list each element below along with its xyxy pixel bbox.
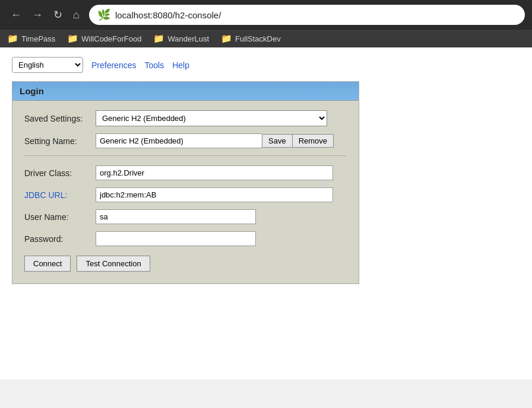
browser-chrome: ← → ↻ ⌂ 🌿 localhost:8080/h2-console/ (0, 0, 532, 30)
login-title: Login (20, 86, 44, 96)
save-button[interactable]: Save (262, 134, 292, 148)
bookmark-label: WanderLust (167, 34, 209, 43)
bookmark-willcodeforfood[interactable]: 📁 WillCodeForFood (67, 33, 141, 44)
password-row: Password: (24, 231, 347, 246)
test-connection-button[interactable]: Test Connection (77, 256, 150, 272)
back-button[interactable]: ← (7, 7, 25, 23)
setting-name-label: Setting Name: (24, 136, 96, 146)
action-row: Connect Test Connection (24, 256, 347, 272)
address-text: localhost:8080/h2-console/ (115, 10, 221, 20)
folder-icon: 📁 (153, 33, 164, 44)
driver-class-label: Driver Class: (24, 168, 96, 178)
folder-icon: 📁 (221, 33, 232, 44)
password-input[interactable] (96, 231, 256, 246)
forward-button[interactable]: → (28, 7, 46, 23)
driver-class-row: Driver Class: (24, 165, 347, 180)
login-panel: Login Saved Settings: Generic H2 (Embedd… (12, 81, 359, 284)
saved-settings-select[interactable]: Generic H2 (Embedded) Generic H2 (Server… (96, 110, 327, 126)
browser-leaf-icon: 🌿 (97, 8, 110, 21)
bookmark-label: TimePass (21, 34, 55, 43)
setting-name-input[interactable] (96, 133, 262, 148)
bookmarks-bar: 📁 TimePass 📁 WillCodeForFood 📁 WanderLus… (0, 30, 532, 47)
bookmark-fullstackdev[interactable]: 📁 FullStackDev (221, 33, 281, 44)
jdbc-url-input[interactable] (96, 187, 333, 202)
address-bar[interactable]: 🌿 localhost:8080/h2-console/ (89, 5, 525, 25)
nav-buttons: ← → ↻ ⌂ (7, 7, 83, 23)
bookmark-timepass[interactable]: 📁 TimePass (7, 33, 55, 44)
tools-link[interactable]: Tools (144, 60, 164, 70)
bookmark-wanderlust[interactable]: 📁 WanderLust (153, 33, 209, 44)
connect-button[interactable]: Connect (24, 256, 71, 272)
home-button[interactable]: ⌂ (69, 7, 83, 23)
login-body: Saved Settings: Generic H2 (Embedded) Ge… (12, 101, 359, 283)
setting-name-row: Setting Name: Save Remove (24, 133, 347, 148)
driver-class-input[interactable] (96, 165, 333, 180)
help-link[interactable]: Help (172, 60, 189, 70)
user-name-row: User Name: (24, 209, 347, 224)
top-bar: English Deutsch Français Español 日本語 中文 … (12, 57, 520, 73)
jdbc-url-row: JDBC URL: (24, 187, 347, 202)
user-name-input[interactable] (96, 209, 256, 224)
preferences-link[interactable]: Preferences (91, 60, 136, 70)
user-name-label: User Name: (24, 212, 96, 222)
bookmark-label: WillCodeForFood (81, 34, 141, 43)
language-select[interactable]: English Deutsch Français Español 日本語 中文 (12, 57, 83, 73)
divider (24, 155, 347, 156)
folder-icon: 📁 (7, 33, 18, 44)
refresh-button[interactable]: ↻ (50, 7, 66, 23)
setting-name-controls: Save Remove (96, 133, 334, 148)
jdbc-url-label: JDBC URL: (24, 190, 96, 200)
bookmark-label: FullStackDev (235, 34, 281, 43)
page-content: English Deutsch Français Español 日本語 中文 … (0, 47, 532, 380)
saved-settings-label: Saved Settings: (24, 114, 96, 123)
password-label: Password: (24, 234, 96, 244)
folder-icon: 📁 (67, 33, 78, 44)
login-header: Login (12, 82, 359, 101)
remove-button[interactable]: Remove (292, 134, 334, 148)
saved-settings-row: Saved Settings: Generic H2 (Embedded) Ge… (24, 110, 347, 126)
